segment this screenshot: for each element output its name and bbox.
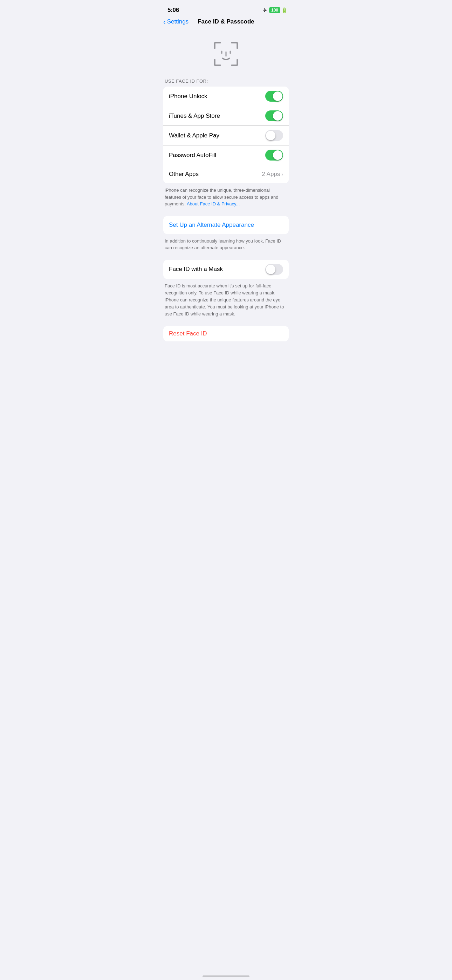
status-bar: 5:06 ✈ 100 🔋 <box>158 0 294 16</box>
iphone-unlock-label: iPhone Unlock <box>169 93 207 100</box>
back-label: Settings <box>167 18 188 25</box>
itunes-track <box>265 110 283 121</box>
face-id-icon-area <box>158 29 294 78</box>
face-id-mask-card: Face ID with a Mask <box>163 260 289 279</box>
itunes-label: iTunes & App Store <box>169 113 220 119</box>
back-button[interactable]: ‹ Settings <box>163 18 188 25</box>
other-apps-count: 2 Apps <box>262 171 280 178</box>
wallet-label: Wallet & Apple Pay <box>169 132 220 139</box>
list-item-wallet[interactable]: Wallet & Apple Pay <box>163 126 289 145</box>
alternate-appearance-label: Set Up an Alternate Appearance <box>169 221 254 228</box>
list-item-itunes[interactable]: iTunes & App Store <box>163 106 289 126</box>
page-title: Face ID & Passcode <box>197 18 255 25</box>
face-id-privacy-link[interactable]: About Face ID & Privacy... <box>187 201 240 207</box>
itunes-thumb <box>273 111 282 121</box>
list-item-iphone-unlock[interactable]: iPhone Unlock <box>163 87 289 106</box>
face-id-icon <box>212 40 240 68</box>
alternate-appearance-card[interactable]: Set Up an Alternate Appearance <box>163 216 289 234</box>
face-id-description: iPhone can recognize the unique, three-d… <box>158 183 294 216</box>
battery-icon: 🔋 <box>282 7 287 13</box>
wallet-thumb <box>266 131 275 140</box>
face-id-mask-description: Face ID is most accurate when it's set u… <box>158 279 294 326</box>
password-autofill-toggle[interactable] <box>265 150 283 161</box>
password-autofill-label: Password AutoFill <box>169 152 216 159</box>
status-time: 5:06 <box>167 7 179 14</box>
list-item-other-apps[interactable]: Other Apps 2 Apps › <box>163 165 289 183</box>
other-apps-value: 2 Apps › <box>262 171 283 178</box>
alternate-appearance-description: In addition to continuously learning how… <box>158 234 294 260</box>
nav-bar: ‹ Settings Face ID & Passcode <box>158 16 294 29</box>
iphone-unlock-track <box>265 91 283 102</box>
wallet-track <box>265 130 283 141</box>
status-right: ✈ 100 🔋 <box>263 7 287 14</box>
face-id-list: iPhone Unlock iTunes & App Store Wallet … <box>163 87 289 183</box>
face-id-mask-label: Face ID with a Mask <box>169 266 223 273</box>
itunes-toggle[interactable] <box>265 110 283 121</box>
chevron-right-icon: › <box>282 172 283 177</box>
battery-container: 100 🔋 <box>269 7 287 13</box>
iphone-unlock-toggle[interactable] <box>265 91 283 102</box>
face-id-mask-toggle[interactable] <box>265 264 283 275</box>
list-item-password-autofill[interactable]: Password AutoFill <box>163 145 289 165</box>
face-id-mask-track <box>265 264 283 275</box>
other-apps-label: Other Apps <box>169 171 199 178</box>
use-face-id-header: USE FACE ID FOR: <box>158 78 294 87</box>
face-id-mask-thumb <box>266 265 275 274</box>
chevron-left-icon: ‹ <box>163 18 166 25</box>
reset-face-id-card[interactable]: Reset Face ID <box>163 326 289 341</box>
wallet-toggle[interactable] <box>265 130 283 141</box>
iphone-unlock-thumb <box>273 91 282 101</box>
reset-face-id-label: Reset Face ID <box>169 330 207 337</box>
list-item-face-id-mask[interactable]: Face ID with a Mask <box>163 260 289 279</box>
password-autofill-track <box>265 150 283 161</box>
password-autofill-thumb <box>273 150 282 160</box>
battery-level: 100 <box>269 7 280 13</box>
airplane-icon: ✈ <box>263 7 267 14</box>
